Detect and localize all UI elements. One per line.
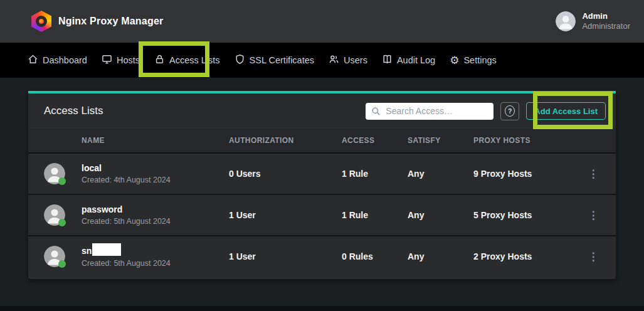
access-list-avatar	[44, 163, 65, 184]
row-actions-kebab-icon[interactable]: ⋮	[581, 209, 606, 222]
satisfy-value: Any	[408, 169, 473, 179]
nav-label: Audit Log	[397, 55, 435, 65]
nav-label: SSL Certificates	[250, 55, 314, 65]
satisfy-value: Any	[408, 210, 473, 220]
row-actions-kebab-icon[interactable]: ⋮	[581, 250, 606, 263]
table-row[interactable]: sn Created: 5th August 2024 1 User 0 Rul…	[28, 235, 616, 277]
status-online-dot	[58, 260, 66, 268]
question-icon: ?	[505, 105, 515, 117]
access-list-avatar	[44, 246, 65, 267]
column-header-satisfy: SATISFY	[408, 136, 473, 145]
nav-item-dashboard[interactable]: Dashboard	[28, 54, 87, 66]
user-role: Administrator	[582, 21, 630, 31]
column-header-authorization: AUTHORIZATION	[229, 136, 342, 145]
nav-item-hosts[interactable]: Hosts	[102, 54, 140, 66]
user-menu[interactable]: Admin Administrator	[556, 11, 630, 32]
redaction-box	[92, 243, 121, 256]
bottom-edge-strip	[0, 306, 644, 311]
satisfy-value: Any	[408, 251, 473, 261]
access-list-name: local	[82, 162, 229, 174]
user-avatar[interactable]	[556, 11, 576, 31]
lock-icon	[154, 54, 165, 66]
table-row[interactable]: password Created: 5th August 2024 1 User…	[28, 194, 616, 235]
nav-label: Hosts	[117, 55, 140, 65]
authorization-value: 1 User	[229, 251, 342, 261]
nav-item-audit-log[interactable]: Audit Log	[382, 54, 435, 66]
panel-header: Access Lists ? Add Access List	[28, 93, 616, 129]
home-icon	[28, 54, 38, 66]
access-value: 0 Rules	[342, 251, 408, 261]
top-header-bar: Nginx Proxy Manager Admin Administrator	[0, 0, 644, 43]
add-access-list-button[interactable]: Add Access List	[526, 102, 606, 120]
authorization-value: 1 User	[229, 210, 342, 220]
column-header-name: NAME	[82, 136, 229, 145]
access-list-avatar	[44, 204, 65, 226]
access-list-name: password	[82, 204, 229, 215]
logo-core	[39, 19, 44, 24]
authorization-value: 0 Users	[229, 169, 342, 179]
nginx-proxy-manager-logo-icon	[31, 11, 51, 32]
column-header-proxy-hosts: PROXY HOSTS	[473, 136, 581, 145]
app-title: Nginx Proxy Manager	[58, 16, 163, 27]
proxy-hosts-value: 2 Proxy Hosts	[473, 251, 581, 261]
user-name: Admin	[582, 11, 630, 21]
column-header-access: ACCESS	[342, 136, 408, 145]
users-icon	[329, 54, 339, 66]
book-icon	[382, 54, 393, 66]
nav-item-access-lists[interactable]: Access Lists	[154, 54, 220, 66]
nav-label: Access Lists	[169, 55, 220, 65]
access-list-created: Created: 5th August 2024	[82, 258, 229, 268]
search-input[interactable]	[366, 103, 494, 120]
access-lists-panel: Access Lists ? Add Access List NAME AUTH…	[28, 91, 616, 279]
shield-icon	[235, 54, 245, 66]
monitor-icon	[102, 54, 112, 66]
status-online-dot	[58, 177, 66, 185]
gear-icon: ⚙	[450, 55, 459, 66]
access-value: 1 Rule	[342, 210, 408, 220]
table-header-row: NAME AUTHORIZATION ACCESS SATISFY PROXY …	[28, 129, 616, 152]
access-list-created: Created: 5th August 2024	[82, 216, 229, 226]
nav-item-settings[interactable]: ⚙ Settings	[450, 55, 497, 66]
nav-item-ssl-certificates[interactable]: SSL Certificates	[235, 54, 314, 66]
main-nav: Dashboard Hosts Access Lists	[0, 43, 644, 78]
proxy-hosts-value: 5 Proxy Hosts	[473, 210, 581, 220]
nginx-proxy-manager-screen: Nginx Proxy Manager Admin Administrator	[0, 0, 644, 311]
logo-inner-ring	[36, 16, 47, 27]
panel-title: Access Lists	[44, 105, 359, 117]
row-actions-kebab-icon[interactable]: ⋮	[581, 167, 606, 181]
access-list-name: sn	[82, 245, 92, 256]
status-online-dot	[58, 219, 66, 226]
table-row[interactable]: local Created: 4th August 2024 0 Users 1…	[28, 152, 616, 194]
access-value: 1 Rule	[342, 169, 408, 179]
search-box	[366, 103, 494, 120]
access-list-created: Created: 4th August 2024	[82, 175, 229, 185]
proxy-hosts-value: 9 Proxy Hosts	[473, 169, 581, 179]
nav-label: Users	[344, 55, 367, 65]
nav-item-users[interactable]: Users	[329, 54, 367, 66]
nav-label: Dashboard	[43, 55, 87, 65]
nav-label: Settings	[463, 55, 496, 65]
help-button[interactable]: ?	[500, 102, 519, 120]
